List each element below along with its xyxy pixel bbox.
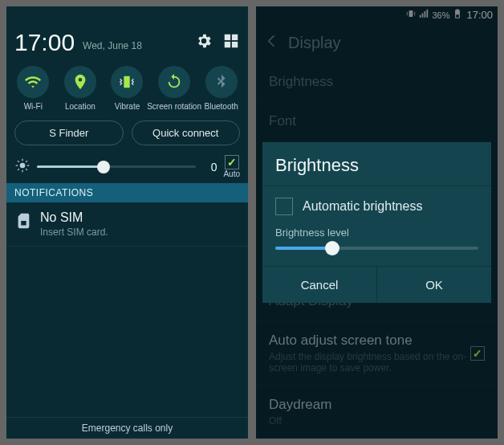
brightness-value: 0	[202, 161, 217, 174]
settings-icon[interactable]	[195, 32, 213, 53]
display-settings-screen: 36% 17:00 Display Brightness Font Adapt …	[256, 6, 498, 439]
notifications-header: NOTIFICATIONS	[6, 183, 248, 202]
quick-tools-row: S Finder Quick connect	[6, 116, 248, 150]
toggle-wifi[interactable]: Wi-Fi	[10, 66, 55, 111]
status-bar-left	[6, 6, 248, 24]
brightness-icon	[14, 157, 30, 177]
svg-rect-4	[124, 76, 130, 88]
auto-brightness-checkbox-row[interactable]: Automatic brightness	[275, 198, 478, 215]
toggle-location[interactable]: Location	[58, 66, 103, 111]
svg-rect-1	[232, 35, 238, 40]
clock-time: 17:00	[14, 29, 75, 56]
brightness-dialog: Brightness Automatic brightness Brightne…	[262, 142, 491, 303]
shade-footer: Emergency calls only	[6, 417, 248, 439]
brightness-level-slider[interactable]	[275, 247, 478, 250]
notification-subtitle: Insert SIM card.	[40, 227, 108, 238]
brightness-row: 0 Auto	[6, 150, 248, 183]
grid-icon[interactable]	[222, 32, 240, 53]
dialog-title: Brightness	[262, 142, 491, 186]
shade-header: 17:00 Wed, June 18	[6, 24, 248, 59]
ok-button[interactable]: OK	[376, 267, 491, 303]
toggle-bluetooth[interactable]: Bluetooth	[199, 66, 244, 111]
notification-title: No SIM	[40, 210, 108, 225]
auto-brightness-toggle[interactable]: Auto	[223, 155, 240, 178]
notification-item[interactable]: No SIM Insert SIM card.	[6, 202, 248, 247]
svg-rect-2	[225, 42, 230, 47]
quick-connect-button[interactable]: Quick connect	[132, 120, 241, 145]
auto-label: Auto	[223, 169, 240, 178]
svg-point-5	[20, 162, 26, 168]
brightness-level-label: Brightness level	[275, 227, 478, 239]
cancel-button[interactable]: Cancel	[262, 267, 376, 303]
toggle-rotation[interactable]: Screen rotation	[152, 66, 197, 111]
toggle-vibrate[interactable]: Vibrate	[104, 66, 149, 111]
quick-settings-row: Wi-FiLocationVibrateScreen rotationBluet…	[6, 59, 248, 116]
svg-rect-3	[232, 42, 238, 47]
brightness-slider[interactable]	[37, 165, 196, 168]
auto-brightness-label: Automatic brightness	[303, 199, 422, 214]
svg-rect-0	[225, 35, 230, 40]
clock-date: Wed, June 18	[83, 40, 142, 51]
notification-shade: 17:00 Wed, June 18 Wi-FiLocationVibrateS…	[6, 6, 248, 439]
sfinder-button[interactable]: S Finder	[14, 120, 124, 145]
dialog-scrim[interactable]: Brightness Automatic brightness Brightne…	[256, 6, 498, 439]
sim-icon	[14, 210, 32, 238]
